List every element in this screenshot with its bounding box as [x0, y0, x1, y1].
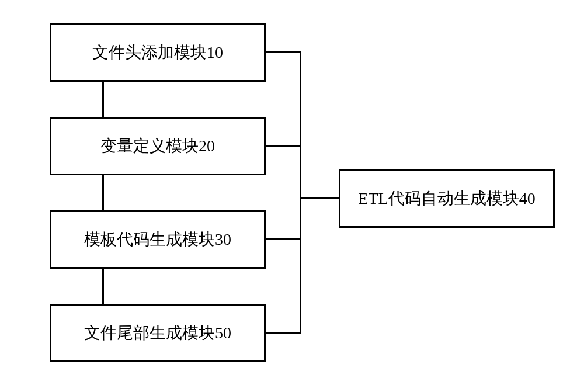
box-label: 模板代码生成模块30: [84, 228, 231, 251]
file-header-add-module-box: 文件头添加模块10: [50, 23, 266, 82]
file-tail-generation-module-box: 文件尾部生成模块50: [50, 304, 266, 362]
box-label: ETL代码自动生成模块40: [358, 188, 535, 210]
connector-line: [266, 332, 301, 334]
box-label: 文件头添加模块10: [92, 41, 223, 64]
variable-definition-module-box: 变量定义模块20: [50, 117, 266, 175]
connector-line: [300, 51, 301, 334]
connector-line: [102, 82, 104, 117]
template-code-generation-module-box: 模板代码生成模块30: [50, 210, 266, 269]
connector-line: [266, 145, 301, 147]
connector-line: [266, 238, 301, 240]
connector-line: [102, 269, 104, 304]
box-label: 文件尾部生成模块50: [84, 322, 231, 344]
etl-code-auto-generation-module-box: ETL代码自动生成模块40: [339, 169, 555, 228]
connector-line: [301, 197, 339, 199]
connector-line: [266, 51, 301, 53]
connector-line: [102, 175, 104, 210]
box-label: 变量定义模块20: [100, 135, 215, 157]
